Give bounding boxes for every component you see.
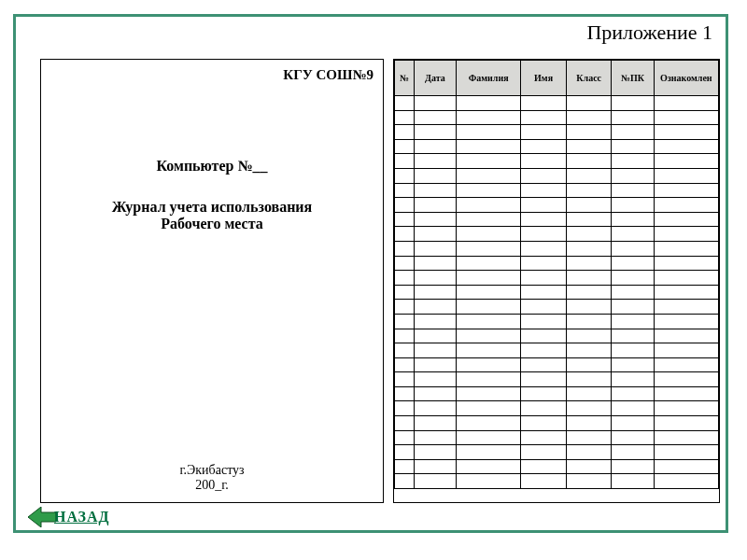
table-cell [456,227,520,242]
table-cell [456,198,520,213]
table-cell [566,430,612,445]
table-cell [654,183,718,198]
table-cell [395,110,415,125]
back-arrow-icon [28,507,56,527]
table-cell [456,241,520,256]
table-cell [456,285,520,300]
table-row [395,372,719,387]
table-cell [612,343,654,358]
table-cell [521,198,567,213]
table-cell [395,459,415,474]
table-cell [414,401,456,416]
table-cell [566,329,612,343]
table-cell [612,271,654,286]
table-cell [456,401,520,416]
table-cell [456,416,520,431]
table-cell [654,271,718,286]
table-row [395,168,719,183]
table-cell [456,314,520,329]
table-cell [612,198,654,213]
table-cell [456,474,520,489]
table-cell [456,168,520,183]
table-row [395,445,719,460]
table-cell [456,212,520,227]
table-cell [395,125,415,140]
th-date: Дата [414,61,456,96]
table-cell [612,110,654,125]
table-cell [612,314,654,329]
computer-number-line: Компьютер №__ [50,158,374,175]
table-cell [654,314,718,329]
table-cell [395,183,415,198]
school-name: КГУ СОШ№9 [50,67,374,83]
table-cell [414,154,456,169]
table-cell [414,416,456,431]
table-cell [395,300,415,315]
table-cell [566,459,612,474]
table-cell [456,256,520,271]
table-cell [521,212,567,227]
table-cell [566,386,612,401]
th-pk: №ПК [612,61,654,96]
table-row [395,314,719,329]
back-navigation[interactable]: НАЗАД [28,507,110,527]
table-cell [612,401,654,416]
table-cell [521,256,567,271]
table-row [395,183,719,198]
table-cell [521,139,567,154]
table-cell [521,96,567,111]
table-cell [395,372,415,387]
table-cell [414,125,456,140]
table-row [395,139,719,154]
table-cell [612,139,654,154]
table-cell [414,285,456,300]
table-cell [456,372,520,387]
table-cell [521,183,567,198]
th-ack: Ознакомлен [654,61,718,96]
table-cell [566,271,612,286]
table-cell [612,154,654,169]
table-cell [654,96,718,111]
table-cell [612,125,654,140]
table-row [395,110,719,125]
table-cell [414,139,456,154]
table-row [395,430,719,445]
table-cell [395,96,415,111]
table-cell [414,343,456,358]
journal-title-line2: Рабочего места [50,216,374,232]
table-row [395,154,719,169]
table-cell [566,314,612,329]
table-cell [521,241,567,256]
back-link-text[interactable]: НАЗАД [54,509,110,525]
table-cell [654,154,718,169]
table-row [395,227,719,242]
table-cell [414,430,456,445]
table-row [395,357,719,372]
table-cell [612,357,654,372]
table-cell [654,401,718,416]
table-cell [654,110,718,125]
table-cell [654,285,718,300]
table-cell [566,168,612,183]
table-row [395,329,719,343]
table-cell [654,168,718,183]
table-cell [414,96,456,111]
th-name: Имя [521,61,567,96]
cover-page-panel: КГУ СОШ№9 Компьютер №__ Журнал учета исп… [40,59,384,503]
table-cell [521,416,567,431]
table-cell [566,241,612,256]
table-cell [566,256,612,271]
table-cell [395,168,415,183]
table-cell [395,198,415,213]
table-cell [654,357,718,372]
table-cell [414,168,456,183]
table-row [395,343,719,358]
table-cell [612,430,654,445]
table-cell [566,474,612,489]
table-cell [612,168,654,183]
table-cell [521,300,567,315]
table-row [395,300,719,315]
table-cell [456,459,520,474]
table-cell [395,430,415,445]
table-cell [654,430,718,445]
